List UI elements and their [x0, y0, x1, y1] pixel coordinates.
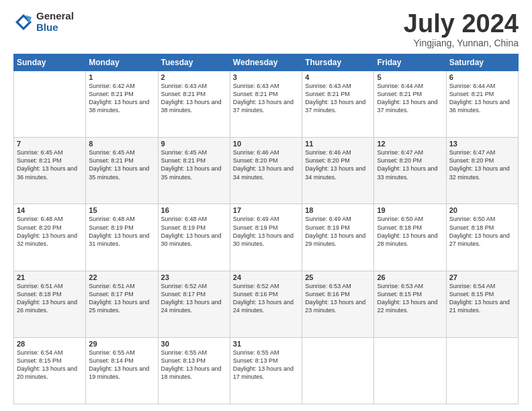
cell-content: Sunrise: 6:55 AMSunset: 8:14 PMDaylight:…	[89, 349, 154, 381]
calendar-cell: 2Sunrise: 6:43 AMSunset: 8:21 PMDaylight…	[158, 71, 230, 138]
weekday-header: Tuesday	[158, 54, 230, 71]
day-number: 2	[161, 73, 227, 81]
day-number: 15	[89, 206, 154, 214]
cell-content: Sunrise: 6:50 AMSunset: 8:18 PMDaylight:…	[377, 215, 443, 248]
day-number: 29	[89, 340, 154, 348]
calendar-cell: 1Sunrise: 6:42 AMSunset: 8:21 PMDaylight…	[86, 71, 158, 138]
day-number: 12	[377, 140, 443, 148]
day-number: 13	[449, 140, 515, 148]
calendar-cell: 27Sunrise: 6:54 AMSunset: 8:15 PMDayligh…	[446, 271, 518, 337]
day-number: 4	[305, 73, 371, 81]
weekday-header-row: SundayMondayTuesdayWednesdayThursdayFrid…	[14, 54, 519, 71]
calendar-cell: 12Sunrise: 6:47 AMSunset: 8:20 PMDayligh…	[374, 138, 446, 204]
day-number: 3	[233, 73, 299, 81]
day-number: 22	[89, 273, 154, 281]
calendar-cell: 25Sunrise: 6:53 AMSunset: 8:16 PMDayligh…	[302, 271, 374, 337]
cell-content: Sunrise: 6:49 AMSunset: 8:19 PMDaylight:…	[305, 215, 371, 248]
cell-content: Sunrise: 6:54 AMSunset: 8:15 PMDaylight:…	[449, 282, 515, 315]
cell-content: Sunrise: 6:48 AMSunset: 8:19 PMDaylight:…	[89, 215, 154, 248]
calendar-cell: 23Sunrise: 6:52 AMSunset: 8:17 PMDayligh…	[158, 271, 230, 337]
weekday-header: Friday	[374, 54, 446, 71]
day-number: 20	[449, 206, 515, 214]
cell-content: Sunrise: 6:43 AMSunset: 8:21 PMDaylight:…	[233, 82, 299, 115]
calendar-cell: 19Sunrise: 6:50 AMSunset: 8:18 PMDayligh…	[374, 204, 446, 271]
cell-content: Sunrise: 6:43 AMSunset: 8:21 PMDaylight:…	[305, 82, 371, 115]
calendar-cell: 31Sunrise: 6:55 AMSunset: 8:13 PMDayligh…	[230, 337, 302, 404]
calendar-cell: 21Sunrise: 6:51 AMSunset: 8:18 PMDayligh…	[14, 271, 86, 337]
cell-content: Sunrise: 6:45 AMSunset: 8:21 PMDaylight:…	[161, 148, 227, 181]
cell-content: Sunrise: 6:55 AMSunset: 8:13 PMDaylight:…	[233, 349, 299, 381]
calendar-cell: 28Sunrise: 6:54 AMSunset: 8:15 PMDayligh…	[14, 337, 86, 404]
calendar-cell: 14Sunrise: 6:48 AMSunset: 8:20 PMDayligh…	[14, 204, 86, 271]
calendar-cell: 20Sunrise: 6:50 AMSunset: 8:18 PMDayligh…	[446, 204, 518, 271]
calendar-cell	[374, 337, 446, 404]
calendar-cell: 11Sunrise: 6:46 AMSunset: 8:20 PMDayligh…	[302, 138, 374, 204]
cell-content: Sunrise: 6:53 AMSunset: 8:16 PMDaylight:…	[305, 282, 371, 315]
main-container: General Blue July 2024 Yingjiang, Yunnan…	[0, 0, 532, 411]
calendar-cell: 10Sunrise: 6:46 AMSunset: 8:20 PMDayligh…	[230, 138, 302, 204]
weekday-header: Wednesday	[230, 54, 302, 71]
cell-content: Sunrise: 6:42 AMSunset: 8:21 PMDaylight:…	[89, 82, 154, 115]
calendar-cell	[446, 337, 518, 404]
month-title: July 2024	[404, 11, 519, 36]
title-section: July 2024 Yingjiang, Yunnan, China	[404, 11, 519, 48]
cell-content: Sunrise: 6:51 AMSunset: 8:18 PMDaylight:…	[17, 282, 83, 315]
cell-content: Sunrise: 6:54 AMSunset: 8:15 PMDaylight:…	[17, 349, 83, 381]
cell-content: Sunrise: 6:44 AMSunset: 8:21 PMDaylight:…	[449, 82, 515, 115]
cell-content: Sunrise: 6:48 AMSunset: 8:19 PMDaylight:…	[161, 215, 227, 248]
calendar-cell: 16Sunrise: 6:48 AMSunset: 8:19 PMDayligh…	[158, 204, 230, 271]
logo-blue-text: Blue	[36, 22, 74, 34]
cell-content: Sunrise: 6:43 AMSunset: 8:21 PMDaylight:…	[161, 82, 227, 115]
calendar-cell: 9Sunrise: 6:45 AMSunset: 8:21 PMDaylight…	[158, 138, 230, 204]
day-number: 26	[377, 273, 443, 281]
day-number: 19	[377, 206, 443, 214]
day-number: 6	[449, 73, 515, 81]
cell-content: Sunrise: 6:49 AMSunset: 8:19 PMDaylight:…	[233, 215, 299, 248]
logo-text: General Blue	[36, 11, 74, 33]
day-number: 23	[161, 273, 227, 281]
day-number: 18	[305, 206, 371, 214]
calendar-cell: 15Sunrise: 6:48 AMSunset: 8:19 PMDayligh…	[86, 204, 158, 271]
cell-content: Sunrise: 6:52 AMSunset: 8:17 PMDaylight:…	[161, 282, 227, 315]
day-number: 25	[305, 273, 371, 281]
calendar-cell: 22Sunrise: 6:51 AMSunset: 8:17 PMDayligh…	[86, 271, 158, 337]
cell-content: Sunrise: 6:53 AMSunset: 8:15 PMDaylight:…	[377, 282, 443, 315]
day-number: 31	[233, 340, 299, 348]
calendar-cell: 7Sunrise: 6:45 AMSunset: 8:21 PMDaylight…	[14, 138, 86, 204]
calendar-cell: 30Sunrise: 6:55 AMSunset: 8:13 PMDayligh…	[158, 337, 230, 404]
calendar-cell: 3Sunrise: 6:43 AMSunset: 8:21 PMDaylight…	[230, 71, 302, 138]
day-number: 16	[161, 206, 227, 214]
calendar-week-row: 14Sunrise: 6:48 AMSunset: 8:20 PMDayligh…	[14, 204, 519, 271]
day-number: 11	[305, 140, 371, 148]
cell-content: Sunrise: 6:48 AMSunset: 8:20 PMDaylight:…	[17, 215, 83, 248]
cell-content: Sunrise: 6:46 AMSunset: 8:20 PMDaylight:…	[305, 148, 371, 181]
weekday-header: Sunday	[14, 54, 86, 71]
weekday-header: Thursday	[302, 54, 374, 71]
calendar-cell: 18Sunrise: 6:49 AMSunset: 8:19 PMDayligh…	[302, 204, 374, 271]
day-number: 8	[89, 140, 154, 148]
cell-content: Sunrise: 6:52 AMSunset: 8:16 PMDaylight:…	[233, 282, 299, 315]
calendar-cell: 26Sunrise: 6:53 AMSunset: 8:15 PMDayligh…	[374, 271, 446, 337]
day-number: 21	[17, 273, 83, 281]
day-number: 27	[449, 273, 515, 281]
day-number: 30	[161, 340, 227, 348]
calendar-cell: 24Sunrise: 6:52 AMSunset: 8:16 PMDayligh…	[230, 271, 302, 337]
calendar-cell: 29Sunrise: 6:55 AMSunset: 8:14 PMDayligh…	[86, 337, 158, 404]
location: Yingjiang, Yunnan, China	[404, 38, 519, 48]
day-number: 9	[161, 140, 227, 148]
calendar-cell: 4Sunrise: 6:43 AMSunset: 8:21 PMDaylight…	[302, 71, 374, 138]
logo-icon	[13, 12, 34, 32]
calendar-week-row: 7Sunrise: 6:45 AMSunset: 8:21 PMDaylight…	[14, 138, 519, 204]
calendar-cell	[14, 71, 86, 138]
day-number: 14	[17, 206, 83, 214]
day-number: 24	[233, 273, 299, 281]
calendar-cell: 8Sunrise: 6:45 AMSunset: 8:21 PMDaylight…	[86, 138, 158, 204]
weekday-header: Monday	[86, 54, 158, 71]
calendar-cell: 5Sunrise: 6:44 AMSunset: 8:21 PMDaylight…	[374, 71, 446, 138]
day-number: 10	[233, 140, 299, 148]
day-number: 7	[17, 140, 83, 148]
calendar-cell: 13Sunrise: 6:47 AMSunset: 8:20 PMDayligh…	[446, 138, 518, 204]
calendar-week-row: 1Sunrise: 6:42 AMSunset: 8:21 PMDaylight…	[14, 71, 519, 138]
calendar-cell: 17Sunrise: 6:49 AMSunset: 8:19 PMDayligh…	[230, 204, 302, 271]
calendar-cell	[302, 337, 374, 404]
